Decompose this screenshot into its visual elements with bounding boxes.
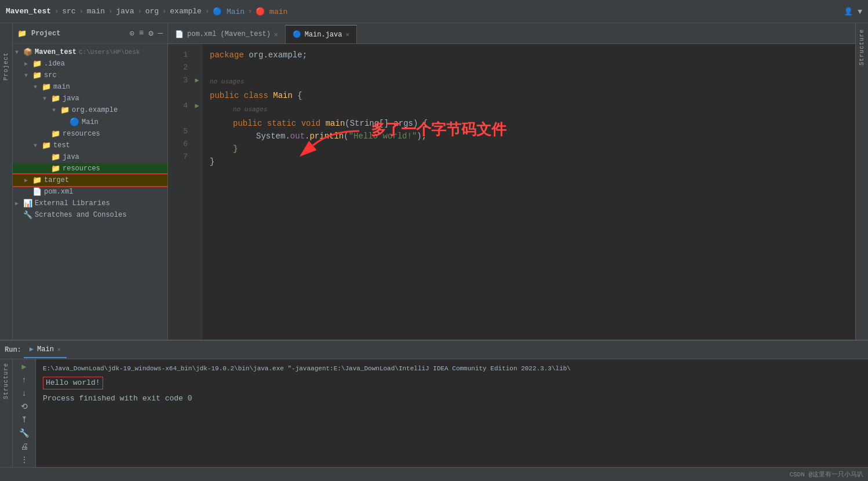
bottom-strip-label: Structure (3, 363, 9, 399)
tree-item-java-test[interactable]: 📁 java (13, 151, 167, 163)
tree-label: Maven_test (35, 48, 76, 56)
run-arrow-method[interactable]: ▶ (191, 100, 203, 112)
right-strip: Structure (855, 23, 868, 340)
tree-item-target[interactable]: ▶ 📁 target (13, 174, 167, 186)
user-icon[interactable]: 👤 ▼ (844, 7, 862, 16)
editor-area: 📄 pom.xml (Maven_test) ✕ 🔵 Main.java ✕ 1… (168, 23, 855, 340)
tree-item-src[interactable]: ▼ 📁 src (13, 70, 167, 81)
tree-label: resources (63, 165, 100, 173)
bc-src: src (62, 7, 75, 16)
collapse-icon[interactable]: ≡ (139, 28, 144, 38)
tree-label: org.example (72, 106, 118, 114)
run-button[interactable]: ▶ (16, 362, 32, 371)
editor-tab-bar: 📄 pom.xml (Maven_test) ✕ 🔵 Main.java ✕ (168, 23, 855, 44)
tree-label: test (53, 141, 70, 150)
tree-item-pom[interactable]: 📄 pom.xml (13, 186, 167, 198)
bc-example: example (170, 7, 202, 16)
tree-label: Main (82, 118, 99, 126)
tab-label: Main.java (305, 31, 342, 39)
tab-label: pom.xml (Maven_test) (187, 30, 271, 38)
run-hello-output: Hello world! (43, 377, 861, 389)
run-arrow-class[interactable]: ▶ (191, 74, 203, 87)
project-name: Maven_test (6, 7, 51, 16)
tab-close-button[interactable]: ✕ (345, 31, 349, 38)
tree-item-resources-main[interactable]: 📁 resources (13, 128, 167, 140)
tree-arrow: ▼ (43, 96, 50, 102)
run-tab-close[interactable]: ✕ (57, 346, 61, 353)
folder-icon: 📁 (42, 82, 51, 92)
scroll-up-button[interactable]: ↑ (16, 375, 32, 385)
run-exit-output: Process finished with exit code 0 (43, 393, 861, 405)
code-content[interactable]: package org.example; no usages public cl… (203, 44, 855, 340)
tree-item-idea[interactable]: ▶ 📁 .idea (13, 58, 167, 70)
java-folder-icon: 📁 (51, 94, 60, 103)
java-tab-icon: 🔵 (293, 30, 301, 39)
close-sidebar-icon[interactable]: — (158, 28, 163, 38)
run-command: E:\Java_DownLoad\jdk-19_windows-x64_bin\… (43, 363, 861, 374)
scroll-down-button[interactable]: ↓ (16, 388, 32, 398)
editor-container: 📄 pom.xml (Maven_test) ✕ 🔵 Main.java ✕ 1… (168, 23, 868, 340)
tree-item-resources-test[interactable]: 📁 resources (13, 163, 167, 174)
tree-item-org-example[interactable]: ▼ 📁 org.example (13, 104, 167, 116)
bc-main-class: 🔵 Main (213, 7, 245, 16)
hint-no-usages-class: no usages (210, 75, 848, 88)
main-area: Project 📁 Project ⊙ ≡ ⚙ — ▼ (0, 23, 868, 340)
tree-label: src (44, 71, 57, 79)
tab-main-java[interactable]: 🔵 Main.java ✕ (286, 25, 357, 43)
tree-label: java (63, 94, 79, 103)
left-strip: Project (0, 23, 13, 340)
bc-org: org (145, 7, 159, 16)
tree-item-scratches[interactable]: 🔧 Scratches and Consoles (13, 209, 167, 221)
sidebar-folder-icon: 📁 (17, 29, 27, 38)
tab-pom[interactable]: 📄 pom.xml (Maven_test) ✕ (168, 25, 286, 43)
tree-item-maven-test[interactable]: ▼ 📦 Maven_test C:\Users\HP\Desk (13, 46, 167, 58)
bottom-left-strip: Structure (0, 359, 13, 467)
sidebar-panel: Project 📁 Project ⊙ ≡ ⚙ — ▼ (0, 23, 168, 340)
code-line-4: public static void main(String[] args) { (210, 117, 848, 130)
tree-arrow: ▶ (15, 200, 22, 207)
settings-icon[interactable]: ⚙ (148, 28, 153, 38)
tree-arrow: ▼ (52, 107, 59, 114)
package-icon: 📁 (60, 105, 70, 115)
tree-label: pom.xml (44, 188, 73, 196)
line-numbers: 1 2 3 4 5 6 7 (168, 44, 191, 340)
bottom-content: Structure ▶ ↑ ↓ ⟲ ⤒ 🔧 🖨 ⋮ E:\Java_DownLo… (0, 359, 868, 467)
project-icon: 📦 (23, 48, 32, 57)
tree-item-main-java[interactable]: 🔵 Main (13, 116, 167, 128)
tree-arrow: ▶ (24, 177, 31, 184)
run-tab-main[interactable]: ▶ Main ✕ (24, 342, 67, 358)
bc-main-method: 🔴 main (256, 7, 287, 16)
status-bar: CSDN @这里有一只小马叭 (0, 467, 868, 481)
java-folder-icon: 📁 (51, 152, 60, 162)
code-editor[interactable]: 1 2 3 4 5 6 7 ▶ (168, 44, 855, 340)
structure-strip-label: Structure (859, 29, 865, 65)
sidebar-actions[interactable]: ⊙ ≡ ⚙ — (129, 28, 163, 38)
tree-item-test[interactable]: ▼ 📁 test (13, 140, 167, 151)
hint-no-usages-method: no usages (233, 103, 848, 116)
tree-label: main (53, 83, 70, 91)
run-tab-label: Main (37, 345, 54, 354)
java-file-icon: 🔵 (70, 117, 79, 127)
tree-item-main[interactable]: ▼ 📁 main (13, 81, 167, 93)
code-line-5: System.out.println("Hello world!"); (210, 130, 848, 143)
xml-icon: 📄 (32, 187, 42, 196)
libraries-icon: 📊 (23, 199, 32, 208)
tree-item-java-main[interactable]: ▼ 📁 java (13, 93, 167, 104)
breadcrumb: Maven_test › src › main › java › org › e… (6, 7, 287, 16)
sync-icon[interactable]: ⊙ (129, 28, 134, 38)
resources-icon: 📁 (51, 129, 60, 139)
file-tree: ▼ 📦 Maven_test C:\Users\HP\Desk ▶ 📁 .ide… (13, 44, 167, 340)
tree-item-external-libs[interactable]: ▶ 📊 External Libraries (13, 198, 167, 209)
more-button[interactable]: ⋮ (16, 455, 32, 465)
tree-label: .idea (44, 60, 65, 68)
pin-button[interactable]: ⤒ (16, 415, 32, 425)
wrench-button[interactable]: 🔧 (16, 428, 32, 438)
tree-label: resources (63, 130, 100, 138)
run-label: Run: (5, 346, 21, 354)
title-bar: Maven_test › src › main › java › org › e… (0, 0, 868, 23)
bc-main: main (87, 7, 105, 16)
print-button[interactable]: 🖨 (16, 442, 32, 451)
rerun-button[interactable]: ⟲ (16, 402, 32, 411)
tree-label: target (44, 176, 69, 184)
tab-close-button[interactable]: ✕ (274, 31, 278, 38)
